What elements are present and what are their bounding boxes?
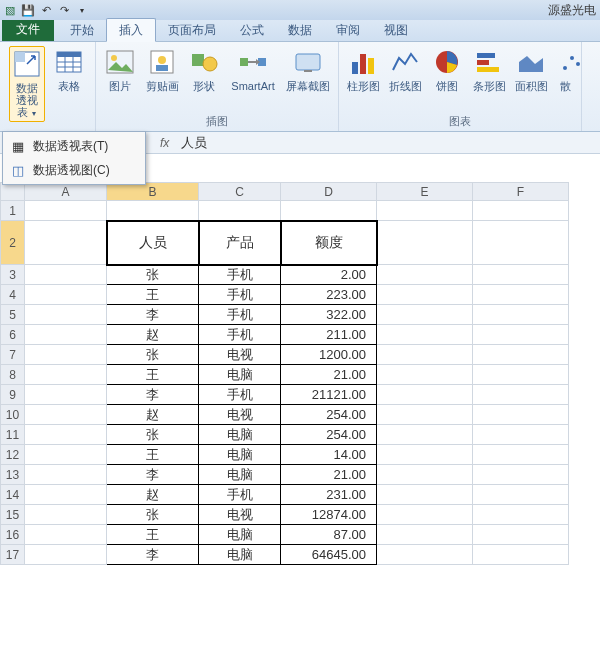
cell-product[interactable]: 手机: [199, 265, 281, 285]
clipart-button[interactable]: 剪贴画: [144, 46, 180, 92]
spreadsheet-grid[interactable]: A B C D E F 1 2人员产品额度 3张手机2.004王手机223.00…: [0, 182, 569, 565]
row-header[interactable]: 2: [1, 221, 25, 265]
qat-dropdown-icon[interactable]: ▾: [74, 2, 90, 18]
cell-person[interactable]: 张: [107, 265, 199, 285]
tab-home[interactable]: 开始: [58, 19, 106, 41]
cell-amount[interactable]: 87.00: [281, 525, 377, 545]
cell-product[interactable]: 电脑: [199, 545, 281, 565]
tab-insert[interactable]: 插入: [106, 18, 156, 42]
formula-value[interactable]: 人员: [181, 134, 207, 152]
cell-product[interactable]: 电脑: [199, 365, 281, 385]
cell-person[interactable]: 张: [107, 505, 199, 525]
table-button[interactable]: 表格: [51, 46, 87, 92]
header-person[interactable]: 人员: [107, 221, 199, 265]
row-header[interactable]: 1: [1, 201, 25, 221]
row-header[interactable]: 11: [1, 425, 25, 445]
row-header[interactable]: 16: [1, 525, 25, 545]
cell-product[interactable]: 电视: [199, 505, 281, 525]
row-header[interactable]: 3: [1, 265, 25, 285]
tab-formulas[interactable]: 公式: [228, 19, 276, 41]
col-header-E[interactable]: E: [377, 183, 473, 201]
cell-person[interactable]: 赵: [107, 405, 199, 425]
cell-product[interactable]: 电脑: [199, 445, 281, 465]
col-header-C[interactable]: C: [199, 183, 281, 201]
row-header[interactable]: 6: [1, 325, 25, 345]
cell-amount[interactable]: 1200.00: [281, 345, 377, 365]
cell-product[interactable]: 手机: [199, 305, 281, 325]
pivot-table-button[interactable]: 数据 透视表 ▾: [9, 46, 45, 122]
cell-amount[interactable]: 254.00: [281, 425, 377, 445]
screenshot-button[interactable]: 屏幕截图: [284, 46, 332, 92]
cell-amount[interactable]: 254.00: [281, 405, 377, 425]
area-chart-button[interactable]: 面积图: [513, 46, 549, 92]
cell-amount[interactable]: 322.00: [281, 305, 377, 325]
row-header[interactable]: 17: [1, 545, 25, 565]
menu-pivot-chart[interactable]: ◫ 数据透视图(C): [5, 158, 143, 182]
tab-pagelayout[interactable]: 页面布局: [156, 19, 228, 41]
cell-person[interactable]: 王: [107, 285, 199, 305]
cell-person[interactable]: 王: [107, 445, 199, 465]
cell-amount[interactable]: 21121.00: [281, 385, 377, 405]
row-header[interactable]: 8: [1, 365, 25, 385]
cell-product[interactable]: 手机: [199, 485, 281, 505]
redo-icon[interactable]: ↷: [56, 2, 72, 18]
line-chart-button[interactable]: 折线图: [387, 46, 423, 92]
cell-amount[interactable]: 2.00: [281, 265, 377, 285]
save-icon[interactable]: 💾: [20, 2, 36, 18]
cell-person[interactable]: 赵: [107, 325, 199, 345]
cell-person[interactable]: 李: [107, 465, 199, 485]
col-header-B[interactable]: B: [107, 183, 199, 201]
cell-product[interactable]: 电视: [199, 405, 281, 425]
cell-amount[interactable]: 64645.00: [281, 545, 377, 565]
cell-amount[interactable]: 12874.00: [281, 505, 377, 525]
picture-button[interactable]: 图片: [102, 46, 138, 92]
cell-product[interactable]: 手机: [199, 285, 281, 305]
cell-person[interactable]: 李: [107, 305, 199, 325]
row-header[interactable]: 13: [1, 465, 25, 485]
fx-icon[interactable]: fx: [160, 136, 169, 150]
col-header-A[interactable]: A: [25, 183, 107, 201]
cell-product[interactable]: 电脑: [199, 465, 281, 485]
cell-person[interactable]: 王: [107, 525, 199, 545]
tab-review[interactable]: 审阅: [324, 19, 372, 41]
undo-icon[interactable]: ↶: [38, 2, 54, 18]
cell-amount[interactable]: 21.00: [281, 465, 377, 485]
col-header-D[interactable]: D: [281, 183, 377, 201]
cell-product[interactable]: 电脑: [199, 425, 281, 445]
cell-amount[interactable]: 211.00: [281, 325, 377, 345]
tab-file[interactable]: 文件: [2, 18, 54, 41]
cell-product[interactable]: 手机: [199, 325, 281, 345]
cell-amount[interactable]: 14.00: [281, 445, 377, 465]
header-product[interactable]: 产品: [199, 221, 281, 265]
header-amount[interactable]: 额度: [281, 221, 377, 265]
row-header[interactable]: 4: [1, 285, 25, 305]
pie-chart-button[interactable]: 饼图: [429, 46, 465, 92]
cell-product[interactable]: 电脑: [199, 525, 281, 545]
cell-person[interactable]: 李: [107, 385, 199, 405]
cell-person[interactable]: 张: [107, 345, 199, 365]
row-header[interactable]: 9: [1, 385, 25, 405]
row-header[interactable]: 12: [1, 445, 25, 465]
cell-amount[interactable]: 21.00: [281, 365, 377, 385]
cell-product[interactable]: 电视: [199, 345, 281, 365]
cell-product[interactable]: 手机: [199, 385, 281, 405]
cell-amount[interactable]: 223.00: [281, 285, 377, 305]
tab-view[interactable]: 视图: [372, 19, 420, 41]
tab-data[interactable]: 数据: [276, 19, 324, 41]
column-chart-button[interactable]: 柱形图: [345, 46, 381, 92]
col-header-F[interactable]: F: [473, 183, 569, 201]
row-header[interactable]: 5: [1, 305, 25, 325]
cell-amount[interactable]: 231.00: [281, 485, 377, 505]
menu-pivot-table[interactable]: ▦ 数据透视表(T): [5, 134, 143, 158]
row-header[interactable]: 7: [1, 345, 25, 365]
shapes-button[interactable]: 形状: [186, 46, 222, 92]
select-all-corner[interactable]: [1, 183, 25, 201]
cell-person[interactable]: 李: [107, 545, 199, 565]
bar-chart-button[interactable]: 条形图: [471, 46, 507, 92]
scatter-chart-button[interactable]: 散: [555, 46, 575, 92]
cell-person[interactable]: 赵: [107, 485, 199, 505]
cell-person[interactable]: 张: [107, 425, 199, 445]
row-header[interactable]: 15: [1, 505, 25, 525]
smartart-button[interactable]: SmartArt: [228, 46, 278, 92]
row-header[interactable]: 10: [1, 405, 25, 425]
